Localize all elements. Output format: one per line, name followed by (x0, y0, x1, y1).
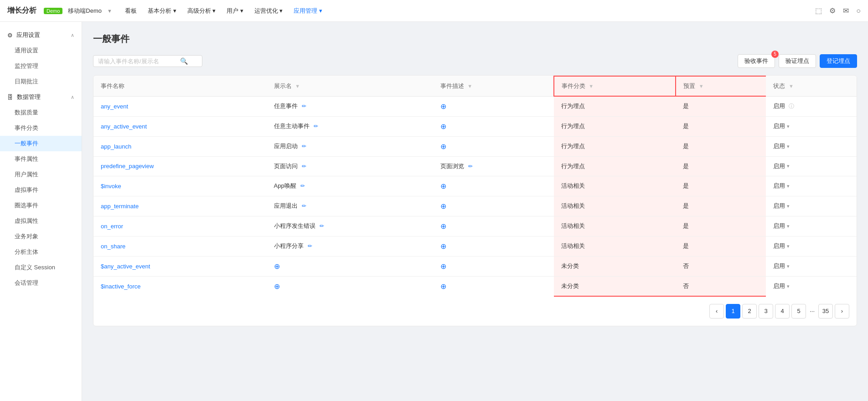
event-link[interactable]: on_share (101, 243, 125, 250)
description-add-icon[interactable]: ⊕ (440, 103, 446, 110)
nav-app-management[interactable]: 应用管理 ▾ (294, 7, 322, 15)
status-dropdown[interactable]: 启用 ▾ (773, 262, 849, 270)
display-edit-icon[interactable]: ✏ (320, 223, 324, 229)
event-link[interactable]: $inactive_force (101, 283, 140, 290)
verify-point-button[interactable]: 验证埋点 (779, 54, 816, 68)
status-dropdown[interactable]: 启用 ▾ (773, 282, 849, 290)
category-filter-icon[interactable]: ▼ (589, 83, 594, 89)
display-edit-icon[interactable]: ✏ (308, 243, 312, 249)
monitor-icon[interactable]: ⬚ (815, 6, 822, 15)
description-add-icon[interactable]: ⊕ (440, 123, 446, 130)
description-add-icon[interactable]: ⊕ (440, 283, 446, 290)
sidebar-item-event-properties[interactable]: 事件属性 (0, 151, 82, 167)
preset-filter-icon[interactable]: ▼ (699, 83, 704, 89)
status-cell: 启用 ▾ (766, 256, 857, 276)
status-dropdown[interactable]: 启用 ▾ (773, 122, 849, 130)
sidebar-item-event-category[interactable]: 事件分类 (0, 120, 82, 136)
description-add-icon[interactable]: ⊕ (440, 143, 446, 150)
status-dropdown[interactable]: 启用 ▾ (773, 222, 849, 230)
nav-basic-analysis[interactable]: 基本分析 ▾ (148, 7, 176, 15)
display-edit-icon[interactable]: ✏ (302, 143, 306, 149)
app-dropdown-arrow[interactable]: ▼ (107, 8, 112, 14)
sidebar-item-monitor[interactable]: 监控管理 (0, 58, 82, 74)
sidebar-item-circle-events[interactable]: 圈选事件 (0, 198, 82, 213)
page-next-btn[interactable]: › (835, 304, 849, 319)
sidebar-item-virtual-events[interactable]: 虚拟事件 (0, 182, 82, 198)
page-4-btn[interactable]: 4 (775, 304, 790, 319)
display-name-filter-icon[interactable]: ▼ (295, 83, 300, 89)
nav-users[interactable]: 用户 ▾ (227, 7, 243, 15)
sidebar-item-date-annotation[interactable]: 日期批注 (0, 74, 82, 89)
page-5-btn[interactable]: 5 (791, 304, 806, 319)
nav-dashboard[interactable]: 看板 (125, 7, 137, 15)
description-filter-icon[interactable]: ▼ (467, 83, 472, 89)
page-dots: ··· (808, 308, 816, 314)
sidebar-item-general-settings[interactable]: 通用设置 (0, 43, 82, 58)
description-add-icon[interactable]: ⊕ (440, 182, 446, 190)
settings-icon[interactable]: ⚙ (829, 6, 836, 15)
page-3-btn[interactable]: 3 (759, 304, 773, 319)
sidebar-item-business-objects[interactable]: 业务对象 (0, 229, 82, 244)
display-edit-icon[interactable]: ✏ (302, 203, 306, 209)
status-dropdown[interactable]: 启用 ▾ (773, 242, 849, 250)
description-add-icon[interactable]: ⊕ (440, 202, 446, 210)
page-1-btn[interactable]: 1 (726, 304, 740, 319)
app-name: 移动端Demo (68, 7, 102, 15)
event-link[interactable]: predefine_pageview (101, 163, 154, 170)
display-add-icon[interactable]: ⊕ (274, 262, 280, 270)
category-cell: 未分类 (554, 256, 676, 276)
app-settings-collapse-icon[interactable]: ∧ (71, 32, 74, 38)
event-link[interactable]: app_terminate (101, 203, 139, 210)
status-arrow: ▾ (787, 243, 790, 249)
event-name-cell: $any_active_event (93, 256, 267, 276)
search-input[interactable] (98, 58, 180, 65)
search-box[interactable]: 🔍 (93, 55, 202, 67)
event-link[interactable]: $any_active_event (101, 263, 150, 270)
event-link[interactable]: app_launch (101, 143, 131, 150)
display-edit-icon[interactable]: ✏ (300, 183, 305, 189)
status-dropdown[interactable]: 启用 ▾ (773, 142, 849, 150)
status-dropdown[interactable]: 启用 ▾ (773, 162, 849, 170)
preset-cell: 是 (676, 236, 766, 256)
page-35-btn[interactable]: 35 (818, 304, 833, 319)
user-icon[interactable]: ○ (856, 7, 861, 15)
nav-items: 看板 基本分析 ▾ 高级分析 ▾ 用户 ▾ 运营优化 ▾ 应用管理 ▾ (125, 7, 811, 15)
sidebar-group-app-settings[interactable]: ⚙ 应用设置 ∧ (0, 27, 82, 43)
data-mgmt-collapse-icon[interactable]: ∧ (71, 94, 74, 100)
status-filter-icon[interactable]: ▼ (789, 83, 794, 89)
status-dropdown[interactable]: 启用 ▾ (773, 182, 849, 190)
nav-advanced-analysis[interactable]: 高级分析 ▾ (187, 7, 216, 15)
preset-cell: 是 (676, 136, 766, 156)
sidebar-item-virtual-properties[interactable]: 虚拟属性 (0, 213, 82, 229)
display-add-icon[interactable]: ⊕ (274, 283, 280, 290)
sidebar-item-general-events[interactable]: 一般事件 (0, 136, 82, 151)
description-add-icon[interactable]: ⊕ (440, 222, 446, 230)
register-point-button[interactable]: 登记埋点 (820, 54, 857, 68)
event-link[interactable]: any_active_event (101, 123, 147, 130)
display-edit-icon[interactable]: ✏ (314, 123, 318, 129)
display-name-cell: 页面访问 ✏ (267, 156, 433, 176)
event-link[interactable]: any_event (101, 103, 128, 110)
verify-event-button[interactable]: 验收事件 (738, 54, 775, 68)
description-add-icon[interactable]: ⊕ (440, 242, 446, 250)
sidebar-item-analysis-subject[interactable]: 分析主体 (0, 244, 82, 260)
display-edit-icon[interactable]: ✏ (302, 163, 306, 170)
status-dropdown[interactable]: 启用 ▾ (773, 202, 849, 210)
status-arrow: ▾ (787, 223, 790, 229)
display-edit-icon[interactable]: ✏ (302, 103, 306, 109)
sidebar-item-data-quality[interactable]: 数据质量 (0, 105, 82, 120)
sidebar-item-user-properties[interactable]: 用户属性 (0, 167, 82, 182)
sidebar-item-custom-session[interactable]: 自定义 Session (0, 260, 82, 275)
event-link[interactable]: $invoke (101, 183, 121, 190)
description-add-icon[interactable]: ⊕ (440, 262, 446, 270)
nav-operations[interactable]: 运营优化 ▾ (254, 7, 283, 15)
col-display-name: 展示名 ▼ (267, 76, 433, 96)
desc-edit-icon[interactable]: ✏ (468, 163, 473, 170)
mail-icon[interactable]: ✉ (843, 6, 849, 15)
sidebar-item-session-management[interactable]: 会话管理 (0, 275, 82, 291)
page-prev-btn[interactable]: ‹ (709, 304, 724, 319)
page-2-btn[interactable]: 2 (742, 304, 757, 319)
description-cell: ⊕ (433, 196, 554, 216)
sidebar-group-data-management[interactable]: 🗄 数据管理 ∧ (0, 89, 82, 105)
event-link[interactable]: on_error (101, 223, 123, 230)
